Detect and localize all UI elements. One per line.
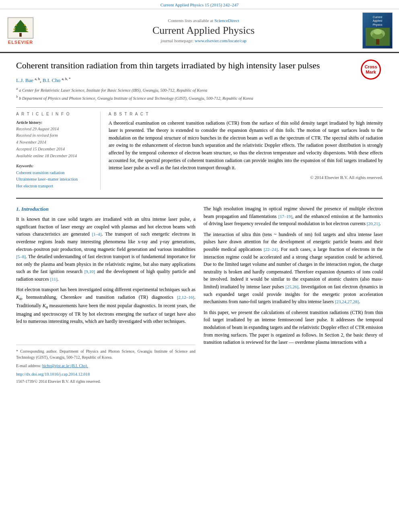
abstract-paragraph: A theoretical examination on coherent tr… xyxy=(109,119,383,172)
email-link[interactable]: bicho@gist.ac.kr (B.I. Cho). xyxy=(42,364,88,368)
elsevier-logo: ELSEVIER xyxy=(6,17,35,45)
article-footer: * Corresponding author. Department of Ph… xyxy=(16,345,195,385)
affil-b: b b Department of Physics and Photon Sci… xyxy=(16,94,383,101)
right-p2: The interaction of ultra thin (tens ~ hu… xyxy=(204,231,383,306)
corresponding-note: * Corresponding author. Department of Ph… xyxy=(16,349,195,359)
keyword-1: Coherent transition radiation xyxy=(16,170,95,177)
intro-p1: It is known that in case solid targets a… xyxy=(16,216,195,283)
intro-p2: Hot electron transport has been investig… xyxy=(16,286,195,325)
keyword-2: Ultraintense laser–matter interaction xyxy=(16,176,95,183)
date-received: Received 29 August 2014 xyxy=(16,126,95,133)
journal-citation-bar: Current Applied Physics 15 (2015) 242–24… xyxy=(0,0,399,9)
footer-note: * Corresponding author. Department of Ph… xyxy=(16,348,195,360)
crossmark-badge: CrossMark xyxy=(361,60,383,82)
section-1-title: 1. Introduction xyxy=(16,205,195,213)
right-p1: The high resolution imaging in optical r… xyxy=(204,205,383,228)
svg-point-6 xyxy=(16,24,17,26)
journal-header-center: Contents lists available at ScienceDirec… xyxy=(55,18,352,43)
article-info-column: A R T I C L E I N F O Article history: R… xyxy=(16,112,101,190)
cover-title: Current Applied Physics xyxy=(372,15,382,26)
svg-point-8 xyxy=(14,28,15,30)
body-right-col: The high resolution imaging in optical r… xyxy=(204,205,383,385)
footer-area: * Corresponding author. Department of Ph… xyxy=(16,329,195,385)
right-p3: In this paper, we present the calculatio… xyxy=(204,309,383,346)
ref-20-21[interactable]: [20,21] xyxy=(367,221,380,226)
email-label: E-mail address: xyxy=(16,364,41,368)
elsevier-tree-icon xyxy=(6,17,35,39)
elsevier-logo-area: ELSEVIER xyxy=(6,17,51,45)
science-direct-link-text[interactable]: ScienceDirect xyxy=(214,18,239,23)
svg-point-9 xyxy=(26,28,27,30)
date-revised: 4 November 2014 xyxy=(16,139,95,146)
author-cho[interactable]: B.I. Cho xyxy=(43,77,60,83)
journal-header: ELSEVIER Contents lists available at Sci… xyxy=(0,9,399,53)
ref-1-4[interactable]: [1–4] xyxy=(92,232,102,236)
science-direct-link: Contents lists available at ScienceDirec… xyxy=(55,18,352,23)
article-history: Article history: Received 29 August 2014… xyxy=(16,119,95,160)
journal-homepage: journal homepage: www.elsevier.com/locat… xyxy=(55,38,352,43)
copyright-text: © 2014 Elsevier B.V. All rights reserved… xyxy=(109,174,383,181)
affiliations: a a Center for Relativistic Laser Scienc… xyxy=(16,86,383,102)
svg-point-7 xyxy=(24,24,26,26)
journal-homepage-url[interactable]: www.elsevier.com/locate/cap xyxy=(195,38,247,43)
ref-23-24-27-28[interactable]: [23,24,27,28] xyxy=(335,299,359,304)
ref-9-10[interactable]: [9,10] xyxy=(84,269,95,274)
journal-citation: Current Applied Physics 15 (2015) 242–24… xyxy=(160,2,239,7)
ref-2-12-16[interactable]: [2,12–16] xyxy=(177,295,194,300)
abstract-heading: A B S T R A C T xyxy=(109,112,383,116)
svg-point-16 xyxy=(374,29,382,35)
journal-cover-area: Current Applied Physics xyxy=(356,12,393,49)
article-info-heading: A R T I C L E I N F O xyxy=(16,112,95,116)
body-columns: 1. Introduction It is known that in case… xyxy=(16,205,383,385)
svg-rect-15 xyxy=(376,39,379,45)
body-text-left: It is known that in case solid targets a… xyxy=(16,216,195,325)
author-bae[interactable]: L.J. Bae xyxy=(16,77,33,83)
history-label: Article history: xyxy=(16,119,95,126)
authors-line: L.J. Bae a, b, B.I. Cho a, b, * xyxy=(16,77,383,84)
footer-links: http://dx.doi.org/10.1016/j.cap.2014.12.… xyxy=(16,371,195,385)
keywords-section: Keywords: Coherent transition radiation … xyxy=(16,164,95,190)
svg-point-11 xyxy=(27,31,28,32)
journal-title: Current Applied Physics xyxy=(55,25,352,37)
email-note: E-mail address: bicho@gist.ac.kr (B.I. C… xyxy=(16,363,195,369)
body-separator xyxy=(16,198,383,199)
body-text-right: The high resolution imaging in optical r… xyxy=(204,205,383,346)
ref-25-26[interactable]: [25,26] xyxy=(286,284,298,289)
crossmark-circle: CrossMark xyxy=(361,60,381,80)
crossmark-label: CrossMark xyxy=(364,64,377,75)
svg-rect-2 xyxy=(19,33,22,36)
article-title-container: Coherent transition radiation from thin … xyxy=(16,60,383,72)
date-revised-label: Received in revised form xyxy=(16,132,95,139)
date-accepted: Accepted 15 December 2014 xyxy=(16,146,95,153)
affil-a: a a Center for Relativistic Laser Scienc… xyxy=(16,86,383,93)
abstract-text: A theoretical examination on coherent tr… xyxy=(109,119,383,181)
journal-cover: Current Applied Physics xyxy=(362,12,393,49)
article-info-abstract: A R T I C L E I N F O Article history: R… xyxy=(16,107,383,190)
ref-17-19[interactable]: [17–19] xyxy=(278,214,292,219)
ref-22-24[interactable]: [22–24] xyxy=(264,247,278,252)
ref-11[interactable]: [11] xyxy=(50,277,58,281)
date-online: Available online 18 December 2014 xyxy=(16,153,95,160)
doi-link[interactable]: http://dx.doi.org/10.1016/j.cap.2014.12.… xyxy=(16,371,195,378)
svg-point-10 xyxy=(13,31,14,32)
abstract-column: A B S T R A C T A theoretical examinatio… xyxy=(109,112,383,190)
article-content: Coherent transition radiation from thin … xyxy=(0,53,399,393)
issn-text: 1567-1739/© 2014 Elsevier B.V. All right… xyxy=(16,378,195,385)
cover-image xyxy=(366,28,390,46)
body-left-col: 1. Introduction It is known that in case… xyxy=(16,205,195,385)
keywords-heading: Keywords: xyxy=(16,164,95,168)
keyword-3: Hot electron transport xyxy=(16,183,95,190)
ref-5-8[interactable]: [5–8] xyxy=(16,254,26,259)
article-title-text: Coherent transition radiation from thin … xyxy=(16,60,320,70)
elsevier-label-text: ELSEVIER xyxy=(8,40,33,45)
